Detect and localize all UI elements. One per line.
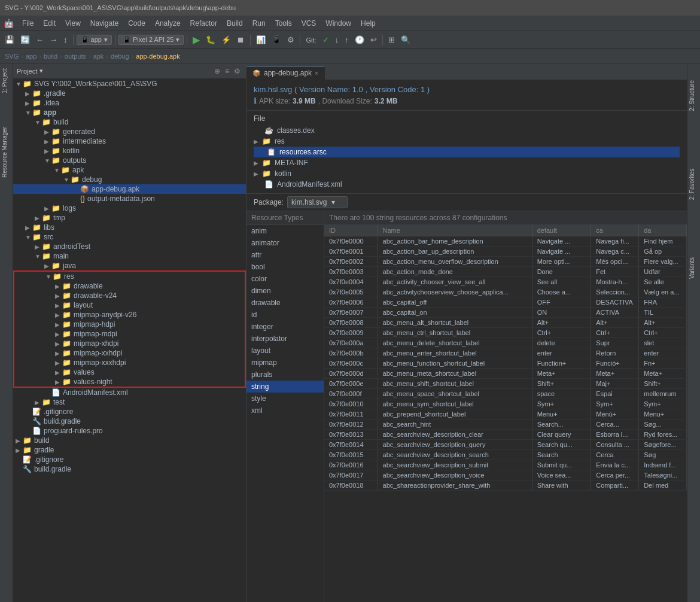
- tree-expand-arrow[interactable]: ▼: [63, 177, 71, 183]
- gear-btn[interactable]: ⚙: [232, 66, 242, 76]
- variants-tab[interactable]: Variants: [687, 253, 700, 284]
- structure-tab[interactable]: 2: Structure: [687, 75, 700, 116]
- tree-expand-arrow[interactable]: ▶: [55, 331, 62, 338]
- settings-btn[interactable]: ⚙: [285, 34, 297, 45]
- tree-item[interactable]: ▶📁mipmap-xxhdpi: [13, 348, 246, 358]
- tree-item[interactable]: ▶📁mipmap-xhdpi: [13, 339, 246, 348]
- menu-tools[interactable]: Tools: [270, 18, 297, 29]
- tree-expand-arrow[interactable]: ▶: [16, 437, 23, 444]
- menu-help[interactable]: Help: [356, 18, 381, 29]
- resource-type-item[interactable]: drawable: [246, 297, 324, 309]
- tree-item[interactable]: ▶📁.idea: [13, 98, 246, 108]
- menu-refactor[interactable]: Refactor: [185, 18, 222, 29]
- tree-expand-arrow[interactable]: ▶: [35, 399, 42, 406]
- tree-item[interactable]: ▶📁values: [13, 367, 246, 377]
- tree-item[interactable]: {}output-metadata.json: [13, 194, 246, 203]
- table-row[interactable]: 0x7f0e0004abc_activity_chooser_view_see_…: [324, 277, 687, 287]
- tree-item[interactable]: 🔧build.gradle: [13, 416, 246, 426]
- tree-item[interactable]: ▶📁mipmap-anydpi-v26: [13, 310, 246, 320]
- resource-type-item[interactable]: layout: [246, 345, 324, 357]
- tree-item[interactable]: 🔧build.gradle: [13, 464, 246, 474]
- table-row[interactable]: 0x7f0e000eabc_menu_shift_shortcut_labelS…: [324, 379, 687, 389]
- tree-item[interactable]: ▶📁kotlin: [13, 146, 246, 156]
- tree-expand-arrow[interactable]: ▶: [55, 283, 62, 290]
- tree-item[interactable]: ▼📁src: [13, 232, 246, 242]
- save-btn[interactable]: 💾: [2, 34, 17, 45]
- tree-expand-arrow[interactable]: ▶: [25, 100, 32, 107]
- tree-item[interactable]: ▶📁values-night: [13, 377, 246, 388]
- tree-item[interactable]: ▶📁mipmap-mdpi: [13, 329, 246, 339]
- breadcrumb-apk[interactable]: apk: [93, 53, 104, 60]
- tree-item[interactable]: ▶📁gradle: [13, 445, 246, 455]
- tree-item[interactable]: ▶📁androidTest: [13, 242, 246, 251]
- table-row[interactable]: 0x7f0e0015abc_searchview_description_sea…: [324, 450, 687, 460]
- menu-build[interactable]: Build: [222, 18, 248, 29]
- favorites-tab[interactable]: 2: Favorites: [687, 164, 700, 205]
- breadcrumb-build[interactable]: build: [44, 53, 57, 60]
- tree-item[interactable]: ▼📁debug: [13, 175, 246, 184]
- table-row[interactable]: 0x7f0e000cabc_menu_function_shortcut_lab…: [324, 358, 687, 369]
- table-row[interactable]: 0x7f0e000aabc_menu_delete_shortcut_label…: [324, 338, 687, 348]
- resource-type-item[interactable]: id: [246, 309, 324, 321]
- git-push[interactable]: ↑: [342, 34, 351, 45]
- stop-btn[interactable]: ⏹: [235, 34, 247, 45]
- tree-item[interactable]: 📦app-debug.apk: [13, 184, 246, 194]
- git-revert[interactable]: ↩: [368, 34, 379, 45]
- tree-item[interactable]: ▶📁java: [13, 261, 246, 270]
- resource-type-item[interactable]: dimen: [246, 285, 324, 297]
- scope-btn[interactable]: ⊕: [212, 66, 222, 76]
- layout-btn[interactable]: ⊞: [386, 34, 397, 45]
- table-row[interactable]: 0x7f0e0017abc_searchview_description_voi…: [324, 470, 687, 481]
- table-row[interactable]: 0x7f0e0010abc_menu_sym_shortcut_labelSym…: [324, 399, 687, 409]
- breadcrumb-outputs[interactable]: outputs: [65, 53, 86, 60]
- resource-type-item[interactable]: bool: [246, 261, 324, 273]
- tree-item[interactable]: ▶📁mipmap-hdpi: [13, 320, 246, 329]
- debug-btn[interactable]: 🐛: [203, 34, 218, 45]
- tree-expand-arrow[interactable]: ▶: [55, 340, 62, 347]
- expand-arrow[interactable]: ▶: [254, 160, 258, 166]
- file-row[interactable]: ▶📁kotlin: [254, 168, 680, 179]
- tree-item[interactable]: ▶📁logs: [13, 203, 246, 213]
- tree-item[interactable]: ▶📁build: [13, 436, 246, 445]
- back-btn[interactable]: ←: [34, 34, 46, 45]
- tree-expand-arrow[interactable]: ▶: [25, 90, 32, 97]
- table-row[interactable]: 0x7f0e0005abc_activitychooserview_choose…: [324, 287, 687, 297]
- resource-type-item[interactable]: style: [246, 393, 324, 405]
- search-everywhere-btn[interactable]: 🔍: [398, 34, 413, 45]
- menu-analyze[interactable]: Analyze: [150, 18, 185, 29]
- sdk-btn[interactable]: 📊: [254, 34, 268, 45]
- sync-btn[interactable]: 🔄: [18, 34, 32, 45]
- tree-item[interactable]: ▼📁main: [13, 251, 246, 261]
- tree-expand-arrow[interactable]: ▶: [55, 293, 62, 299]
- table-row[interactable]: 0x7f0e000babc_menu_enter_shortcut_labele…: [324, 348, 687, 358]
- table-row[interactable]: 0x7f0e0008abc_menu_alt_shortcut_labelAlt…: [324, 318, 687, 328]
- table-row[interactable]: 0x7f0e0011abc_prepend_shortcut_labelMenu…: [324, 409, 687, 419]
- app-module-dropdown[interactable]: 📱 app ▾: [77, 35, 112, 45]
- file-row[interactable]: 📋resources.arsc: [254, 147, 680, 157]
- tree-item[interactable]: ▼📁outputs: [13, 156, 246, 165]
- table-row[interactable]: 0x7f0e0002abc_action_menu_overflow_descr…: [324, 257, 687, 267]
- tree-expand-arrow[interactable]: ▶: [55, 321, 62, 328]
- tree-item[interactable]: ▶📁drawable: [13, 281, 246, 291]
- tree-item[interactable]: ▶📁test: [13, 397, 246, 407]
- tree-item[interactable]: ▼📁res: [13, 270, 246, 281]
- git-update[interactable]: ↓: [333, 34, 342, 45]
- tree-item[interactable]: ▶📁libs: [13, 223, 246, 232]
- project-side-tab[interactable]: 1: Project: [0, 63, 13, 98]
- collapse-btn[interactable]: ≡: [223, 66, 231, 76]
- tree-expand-arrow[interactable]: ▶: [55, 350, 62, 357]
- resource-type-item[interactable]: xml: [246, 405, 324, 416]
- table-row[interactable]: 0x7f0e000fabc_menu_space_shortcut_labels…: [324, 389, 687, 399]
- table-row[interactable]: 0x7f0e0013abc_searchview_description_cle…: [324, 430, 687, 440]
- menu-window[interactable]: Window: [321, 18, 356, 29]
- resource-type-item[interactable]: attr: [246, 249, 324, 261]
- tree-expand-arrow[interactable]: ▼: [35, 253, 42, 260]
- menu-view[interactable]: View: [60, 18, 86, 29]
- git-checkmark[interactable]: ✓: [320, 34, 331, 45]
- avd-btn[interactable]: 📱: [269, 34, 284, 45]
- package-dropdown[interactable]: kim.hsl.svg ▾: [287, 196, 348, 208]
- run-btn[interactable]: ▶: [190, 33, 202, 47]
- resource-type-item[interactable]: plurals: [246, 369, 324, 381]
- tree-expand-arrow[interactable]: ▶: [55, 312, 62, 318]
- resource-type-item[interactable]: anim: [246, 225, 324, 237]
